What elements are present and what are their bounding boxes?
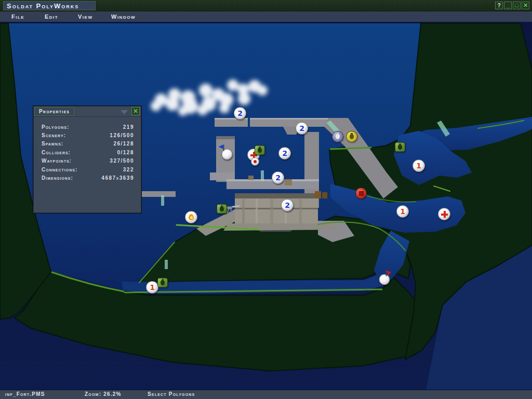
properties-row: Polygons:219 xyxy=(33,123,141,131)
property-value: 327/500 xyxy=(110,158,134,164)
marker-grenade-box[interactable] xyxy=(255,145,265,155)
menu-file[interactable]: File xyxy=(11,14,33,20)
property-label: Dimensions: xyxy=(42,175,73,181)
marker-spawn-alpha[interactable]: 1 xyxy=(396,205,409,218)
marker-spawn-bravo[interactable]: 2 xyxy=(272,171,284,184)
marker-grenade-box[interactable] xyxy=(157,278,168,288)
property-label: Connections: xyxy=(42,167,77,172)
marker-flag-bravo[interactable] xyxy=(222,149,233,160)
marker-spawn-bravo[interactable]: 2 xyxy=(234,107,246,119)
properties-row: Waypoints:327/500 xyxy=(33,157,141,165)
properties-panel-titlebar[interactable]: Properties ✕ xyxy=(33,106,141,117)
property-value: 322 xyxy=(123,167,134,172)
properties-panel-body: Polygons:219Scenery:126/500Spawns:26/128… xyxy=(33,117,141,182)
window-controls: ?_□✕ xyxy=(495,2,529,9)
status-active-tool: Select Polygons xyxy=(148,391,195,397)
marker-spawn-bravo[interactable]: 2 xyxy=(278,147,291,159)
properties-panel-title-box: Properties xyxy=(34,107,74,116)
chevron-down-icon[interactable] xyxy=(121,110,128,114)
marker-flag-alpha[interactable] xyxy=(379,274,390,285)
menu-window[interactable]: Window xyxy=(111,14,142,20)
menu-edit[interactable]: Edit xyxy=(45,14,66,20)
marker-bonus-predator[interactable] xyxy=(332,131,343,142)
properties-row: Scenery:126/500 xyxy=(33,131,141,139)
marker-bonus-flamer[interactable] xyxy=(185,211,197,223)
window-title-box: Soldat PolyWorks xyxy=(3,1,96,10)
help-button[interactable]: ? xyxy=(495,2,503,9)
property-label: Scenery: xyxy=(42,132,66,138)
properties-row: Connections:322 xyxy=(33,165,141,174)
properties-row: Colliders:0/128 xyxy=(33,148,141,156)
property-label: Waypoints: xyxy=(42,158,72,164)
window-title: Soldat PolyWorks xyxy=(7,2,79,10)
marker-grenade-box[interactable] xyxy=(395,142,405,152)
property-value: 219 xyxy=(123,124,134,130)
marker-spawn-bravo[interactable]: 2 xyxy=(296,122,308,135)
close-icon[interactable]: ✕ xyxy=(131,107,140,115)
marker-medkit[interactable] xyxy=(438,208,450,220)
marker-bonus-berserker[interactable] xyxy=(355,188,367,199)
marker-spawn-alpha[interactable]: 1 xyxy=(146,281,158,294)
property-value: 0/128 xyxy=(117,150,134,155)
maximize-button[interactable]: □ xyxy=(513,2,521,9)
menu-view[interactable]: View xyxy=(78,14,100,20)
status-zoom-level: Zoom: 26.2% xyxy=(85,391,122,397)
marker-bonus-flamegod[interactable] xyxy=(346,131,357,142)
status-bar: inf_Fort.PMS Zoom: 26.2% Select Polygons xyxy=(0,390,532,399)
marker-stat-gun[interactable] xyxy=(224,204,240,212)
property-value: 26/128 xyxy=(113,141,134,147)
property-value: 126/500 xyxy=(110,132,134,138)
status-filename: inf_Fort.PMS xyxy=(5,391,45,397)
marker-spawn-alpha[interactable]: 1 xyxy=(413,159,425,172)
properties-panel-title: Properties xyxy=(39,109,70,114)
window-titlebar[interactable]: Soldat PolyWorks ?_□✕ xyxy=(0,0,532,11)
properties-row: Dimensions:4687x3639 xyxy=(33,174,141,182)
marker-medkit-small[interactable] xyxy=(251,157,259,166)
marker-spawn-bravo[interactable]: 2 xyxy=(281,199,294,211)
minimize-button[interactable]: _ xyxy=(504,2,512,9)
properties-panel: Properties ✕ Polygons:219Scenery:126/500… xyxy=(33,105,142,214)
property-label: Spawns: xyxy=(42,141,63,147)
property-label: Polygons: xyxy=(42,124,69,130)
property-label: Colliders: xyxy=(42,150,71,155)
menu-bar: FileEditViewWindow xyxy=(0,11,532,22)
close-button[interactable]: ✕ xyxy=(522,2,529,9)
property-value: 4687x3639 xyxy=(101,175,134,181)
properties-row: Spawns:26/128 xyxy=(33,140,141,148)
